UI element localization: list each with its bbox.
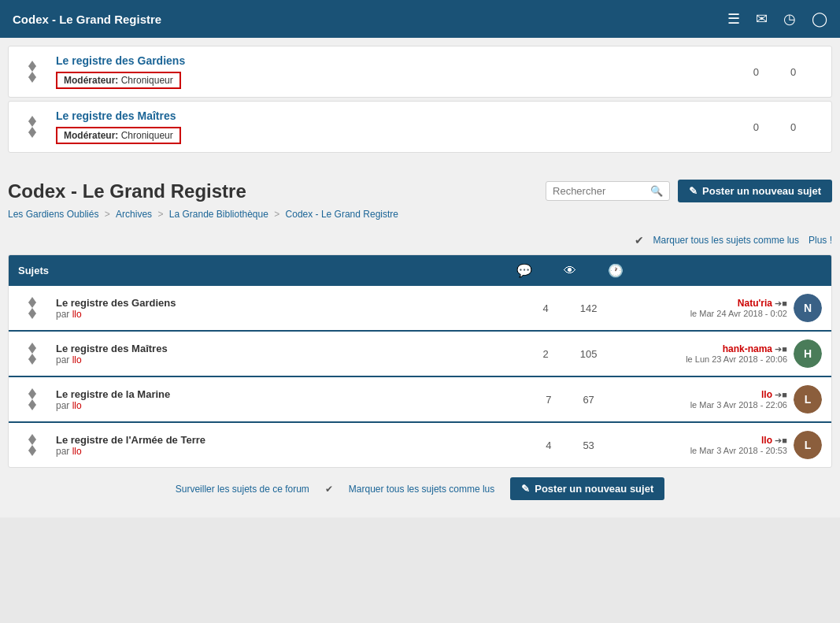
th-chat-icon: 💬 xyxy=(516,263,532,278)
forum-title-link-gardiens[interactable]: Le registre des Gardiens xyxy=(56,54,185,67)
breadcrumb-sep-1: > xyxy=(105,209,113,220)
mod-name-maitres: Chroniqueur xyxy=(121,130,173,141)
forum-icon-gardiens xyxy=(18,57,46,86)
avatar-4: L xyxy=(794,431,822,459)
last-author-3[interactable]: llo xyxy=(761,389,772,400)
check-icon: ✔ xyxy=(635,234,644,247)
avatar-circle-4: L xyxy=(794,431,822,459)
table-row: Le registre des Gardiens par llo 4 142 N… xyxy=(9,286,831,332)
last-date-1: le Mar 24 Avr 2018 - 0:02 xyxy=(690,309,787,318)
forum-table: Sujets 💬 👁 🕐 Le registre des Gardiens xyxy=(8,254,832,468)
stat-views-maitres: 0 xyxy=(790,121,796,133)
row-by-2: par llo xyxy=(56,354,491,365)
footer-actions: Surveiller les sujets de ce forum ✔ Marq… xyxy=(8,468,832,510)
truck-icon[interactable]: ✉ xyxy=(756,10,768,28)
row-icon-3 xyxy=(18,385,46,413)
forum-row-maitres: Le registre des Maîtres Modérateur: Chro… xyxy=(9,102,831,152)
clock-icon[interactable]: ◷ xyxy=(783,10,796,28)
pencil-icon: ✎ xyxy=(689,185,698,197)
row-author-2[interactable]: llo xyxy=(72,354,82,365)
last-post-info-3: llo ➔■ le Mar 3 Avr 2018 - 22:06 xyxy=(690,389,787,410)
row-title-4[interactable]: Le registre de l'Armée de Terre xyxy=(56,434,205,446)
actions-row: ✔ Marquer tous les sujets comme lus Plus… xyxy=(8,229,832,251)
forum-card-gardiens: Le registre des Gardiens Modérateur: Chr… xyxy=(8,46,832,98)
footer-check-icon: ✔ xyxy=(325,484,333,495)
th-sujets: Sujets xyxy=(18,265,491,276)
last-post-info-1: Natu'ria ➔■ le Mar 24 Avr 2018 - 0:02 xyxy=(690,298,787,318)
last-author-4[interactable]: llo xyxy=(761,435,772,446)
last-author-2[interactable]: hank-nama xyxy=(723,343,772,354)
row-title-1[interactable]: Le registre des Gardiens xyxy=(56,297,176,309)
top-navbar: Codex - Le Grand Registre ☰ ✉ ◷ ◯ xyxy=(0,0,840,38)
stat-posts-gardiens: 0 xyxy=(753,66,759,78)
last-author-1[interactable]: Natu'ria xyxy=(738,298,772,309)
surveil-link[interactable]: Surveiller les sujets de ce forum xyxy=(176,484,309,495)
forum-title-link-maitres[interactable]: Le registre des Maîtres xyxy=(56,109,176,122)
arrow-icons-1: ➔■ xyxy=(775,299,787,308)
pencil-icon-bottom: ✎ xyxy=(521,483,530,495)
post-btn-label-bottom: Poster un nouveau sujet xyxy=(535,483,653,495)
diamond-svg-gardiens xyxy=(21,61,43,83)
breadcrumb-archives[interactable]: Archives xyxy=(116,209,152,220)
row-by-label-3: par xyxy=(56,400,69,411)
row-posts-3: 7 xyxy=(546,394,551,406)
mod-label-gardiens: Modérateur: xyxy=(64,75,118,86)
forum-icon-maitres xyxy=(18,113,46,141)
breadcrumb-codex[interactable]: Codex - Le Grand Registre xyxy=(286,209,398,220)
search-icon[interactable]: 🔍 xyxy=(650,185,663,197)
diamond-svg-maitres xyxy=(21,116,43,138)
row-title-3[interactable]: Le registre de la Marine xyxy=(56,388,170,400)
row-icon-2 xyxy=(18,339,46,368)
row-by-label-1: par xyxy=(56,309,69,320)
row-last-2: hank-nama ➔■ le Lun 23 Avr 2018 - 20:06 … xyxy=(649,339,822,368)
row-views-4: 53 xyxy=(583,439,594,451)
avatar-circle-1: N xyxy=(794,294,822,322)
th-eye-icon: 👁 xyxy=(564,264,576,278)
avatar-1: N xyxy=(794,294,822,322)
breadcrumb-grande-bibliotheque[interactable]: La Grande Bibliothèque xyxy=(169,209,268,220)
row-by-3: par llo xyxy=(56,400,491,411)
mod-label-maitres: Modérateur: xyxy=(64,130,118,141)
mod-name-gardiens: Chroniqueur xyxy=(121,75,173,86)
row-by-1: par llo xyxy=(56,309,491,320)
last-date-2: le Lun 23 Avr 2018 - 20:06 xyxy=(686,354,787,364)
minus-icon[interactable]: ◯ xyxy=(812,10,827,28)
post-new-topic-button-top[interactable]: ✎ Poster un nouveau sujet xyxy=(678,180,832,202)
breadcrumb-sep-2: > xyxy=(157,209,165,220)
row-info-1: Le registre des Gardiens par llo xyxy=(56,297,491,320)
row-by-label-2: par xyxy=(56,354,69,365)
arrow-icons-3: ➔■ xyxy=(775,390,787,399)
row-author-1[interactable]: llo xyxy=(72,309,82,320)
forum-info-gardiens: Le registre des Gardiens Modérateur: Chr… xyxy=(56,54,727,89)
avatar-3: L xyxy=(794,385,822,413)
row-stats-4: 4 53 xyxy=(491,439,649,451)
forum-row-gardiens: Le registre des Gardiens Modérateur: Chr… xyxy=(9,46,831,97)
arrow-icons-2: ➔■ xyxy=(775,344,787,354)
row-by-4: par llo xyxy=(56,446,491,457)
row-title-2[interactable]: Le registre des Maîtres xyxy=(56,343,168,354)
search-box[interactable]: 🔍 xyxy=(546,181,670,201)
footer-mark-read-link[interactable]: Marquer tous les sujets comme lus xyxy=(349,484,494,495)
row-last-1: Natu'ria ➔■ le Mar 24 Avr 2018 - 0:02 N xyxy=(649,294,822,322)
row-info-3: Le registre de la Marine par llo xyxy=(56,388,491,411)
avatar-circle-3: L xyxy=(794,385,822,413)
breadcrumb-les-gardiens[interactable]: Les Gardiens Oubliés xyxy=(8,209,98,220)
forum-cards-section: Le registre des Gardiens Modérateur: Chr… xyxy=(0,38,840,164)
mark-all-read-link[interactable]: Marquer tous les sujets comme lus xyxy=(653,235,799,246)
last-post-info-2: hank-nama ➔■ le Lun 23 Avr 2018 - 20:06 xyxy=(686,343,787,364)
search-input[interactable] xyxy=(553,185,647,197)
chat-icon[interactable]: ☰ xyxy=(727,10,740,28)
post-new-topic-button-bottom[interactable]: ✎ Poster un nouveau sujet xyxy=(510,477,664,500)
stat-views-gardiens: 0 xyxy=(790,66,796,78)
moderator-box-gardiens: Modérateur: Chroniqueur xyxy=(56,72,181,89)
post-btn-label-top: Poster un nouveau sujet xyxy=(702,185,821,197)
row-stats-3: 7 67 xyxy=(491,394,649,406)
more-link[interactable]: Plus ! xyxy=(809,235,832,246)
row-author-4[interactable]: llo xyxy=(72,446,82,457)
table-row: Le registre des Maîtres par llo 2 105 ha… xyxy=(9,332,831,377)
row-author-3[interactable]: llo xyxy=(72,400,82,411)
arrow-icons-4: ➔■ xyxy=(775,436,787,445)
row-last-4: llo ➔■ le Mar 3 Avr 2018 - 20:53 L xyxy=(649,431,822,459)
row-info-4: Le registre de l'Armée de Terre par llo xyxy=(56,434,491,457)
last-date-4: le Mar 3 Avr 2018 - 20:53 xyxy=(690,446,787,455)
